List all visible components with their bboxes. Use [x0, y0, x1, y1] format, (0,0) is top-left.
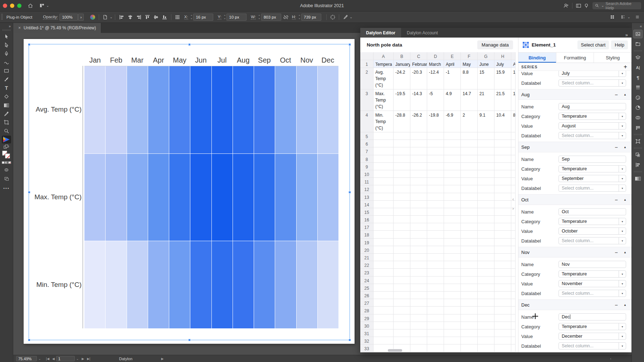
sheet-cell[interactable]	[494, 140, 511, 147]
sheet-cell[interactable]	[461, 269, 478, 276]
sheet-cell[interactable]	[511, 147, 516, 155]
sheet-cell[interactable]	[394, 132, 410, 140]
sheet-cell[interactable]: -1	[444, 68, 461, 89]
column-header[interactable]: F	[461, 52, 478, 60]
sheet-cell[interactable]	[494, 307, 511, 314]
chevron-down-icon[interactable]: ▼	[619, 166, 626, 172]
menu-icon[interactable]	[633, 13, 641, 21]
sheet-cell[interactable]	[461, 178, 478, 185]
panel-color-guide-icon[interactable]	[633, 103, 643, 112]
sheet-cell[interactable]	[461, 292, 478, 299]
sheet-cell[interactable]	[494, 170, 511, 178]
splitter-expand-icon[interactable]: ›	[512, 206, 514, 211]
sheet-cell[interactable]	[394, 314, 410, 322]
sheet-cell[interactable]	[374, 292, 394, 299]
remove-series-icon[interactable]: −	[615, 197, 618, 203]
name-input[interactable]: Aug	[558, 103, 626, 110]
sheet-cell[interactable]: 15	[478, 68, 494, 89]
sheet-cell[interactable]	[461, 170, 478, 178]
sheet-cell[interactable]	[394, 155, 410, 163]
none-button[interactable]	[8, 161, 11, 164]
sheet-cell[interactable]	[410, 231, 427, 238]
panel-gradient-icon[interactable]	[633, 174, 643, 183]
paintbrush-tool[interactable]	[2, 75, 11, 83]
artboard-tool[interactable]	[2, 118, 11, 126]
sheet-cell[interactable]	[444, 216, 461, 223]
sheet-cell[interactable]	[374, 147, 394, 155]
sheet-cell[interactable]	[494, 155, 511, 163]
sheet-cell[interactable]	[494, 185, 511, 193]
sheet-cell[interactable]	[461, 337, 478, 344]
sheet-cell[interactable]	[444, 307, 461, 314]
x-stepper[interactable]: ⌃⌄	[190, 15, 193, 19]
sheet-cell[interactable]	[461, 140, 478, 147]
sheet-cell[interactable]	[511, 155, 516, 163]
sheet-cell[interactable]	[444, 132, 461, 140]
add-series-button[interactable]: +	[624, 63, 627, 70]
selection-handle[interactable]	[188, 339, 191, 341]
sheet-cell[interactable]	[511, 292, 516, 299]
panel-align-icon[interactable]	[633, 161, 643, 169]
remove-series-icon[interactable]: −	[615, 302, 618, 308]
name-input[interactable]: Nov	[558, 261, 626, 268]
chevron-down-icon[interactable]: ▼	[619, 80, 626, 86]
sheet-cell[interactable]	[427, 329, 444, 337]
sheet-cell[interactable]	[394, 322, 410, 329]
zoom-window-button[interactable]	[17, 4, 21, 8]
sheet-cell[interactable]	[511, 239, 516, 246]
sheet-cell[interactable]	[427, 254, 444, 261]
sheet-cell[interactable]	[494, 223, 511, 231]
document-tab[interactable]: × Untitled-1* @ 75.49 % (RGB/Preview)	[13, 23, 101, 33]
align-left-icon[interactable]	[119, 14, 125, 20]
status-scroll-left-icon[interactable]: ‹	[610, 357, 611, 361]
document-setup-icon[interactable]	[101, 13, 109, 21]
sheet-cell[interactable]	[461, 284, 478, 292]
sheet-cell[interactable]	[394, 147, 410, 155]
sheet-cell[interactable]	[511, 344, 516, 352]
row-number[interactable]: 9	[360, 163, 374, 170]
sheet-cell[interactable]	[511, 140, 516, 147]
tab-binding[interactable]: Binding	[518, 53, 556, 63]
remove-series-icon[interactable]: −	[615, 92, 618, 98]
selection-handle[interactable]	[348, 43, 351, 46]
direct-selection-tool[interactable]	[2, 41, 11, 49]
sheet-cell[interactable]	[394, 254, 410, 261]
sheet-cell[interactable]	[478, 299, 494, 307]
sheet-cell[interactable]	[511, 185, 516, 193]
panel-assets-icon[interactable]	[633, 40, 643, 48]
sheet-cell[interactable]	[478, 277, 494, 284]
sheet-cell[interactable]	[511, 231, 516, 238]
sheet-cell[interactable]	[427, 170, 444, 178]
sheet-cell[interactable]: 21.5	[494, 89, 511, 111]
arrange-documents-icon[interactable]	[609, 13, 616, 21]
sheet-cell[interactable]	[444, 322, 461, 329]
sheet-cell[interactable]	[410, 307, 427, 314]
sheet-cell[interactable]	[410, 170, 427, 178]
sheet-cell[interactable]	[410, 246, 427, 254]
sheet-cell[interactable]	[374, 337, 394, 344]
sheet-cell[interactable]	[494, 254, 511, 261]
sheet-cell[interactable]	[374, 170, 394, 178]
datalabel-select[interactable]: Select column...▼	[558, 237, 626, 244]
tab-datylon-account[interactable]: Datylon Account	[401, 28, 444, 38]
next-artboard-icon[interactable]: ▶	[82, 357, 84, 361]
last-artboard-icon[interactable]: ▶|	[87, 357, 90, 361]
row-number[interactable]: 23	[360, 269, 374, 276]
sheet-cell[interactable]	[444, 201, 461, 208]
sheet-cell[interactable]	[444, 208, 461, 216]
drag-handle[interactable]	[3, 29, 10, 31]
sheet-cell[interactable]	[427, 269, 444, 276]
color-mode-row[interactable]	[2, 161, 11, 164]
recolor-artwork-icon[interactable]	[89, 13, 97, 21]
value-select[interactable]: November▼	[558, 280, 626, 287]
row-number[interactable]: 4	[360, 111, 374, 132]
selection-handle[interactable]	[348, 191, 351, 194]
sheet-cell[interactable]	[461, 307, 478, 314]
chevron-down-icon[interactable]: ▼	[619, 323, 626, 330]
sheet-cell[interactable]	[410, 216, 427, 223]
selection-bounding-box[interactable]	[29, 44, 350, 340]
sheet-cell[interactable]	[444, 277, 461, 284]
sheet-cell[interactable]	[374, 329, 394, 337]
type-tool[interactable]: T	[2, 84, 11, 92]
sheet-cell[interactable]	[494, 337, 511, 344]
